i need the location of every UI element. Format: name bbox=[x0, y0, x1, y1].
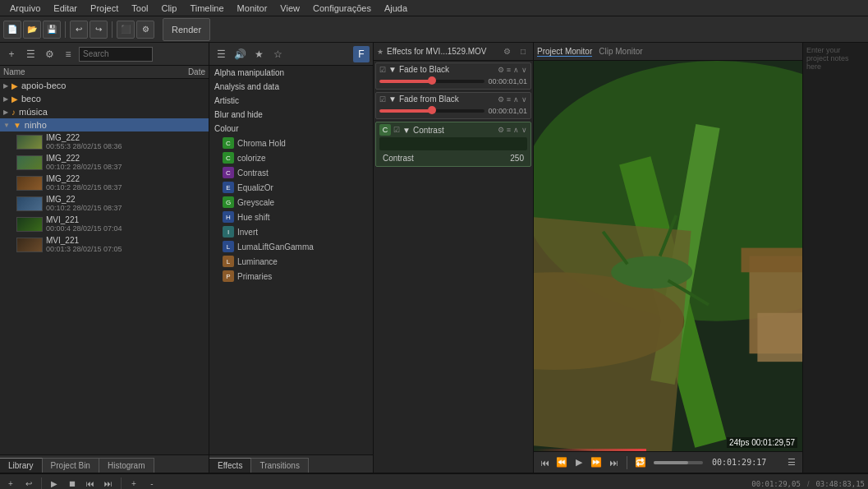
settings-button[interactable]: ⚙ bbox=[136, 21, 154, 39]
section-alpha[interactable]: Alpha manipulation bbox=[209, 66, 373, 80]
menu-timeline[interactable]: Timeline bbox=[183, 2, 230, 15]
prev-frame-btn[interactable]: ⏮ bbox=[537, 455, 552, 470]
lp-view-button[interactable]: ☰ bbox=[22, 46, 39, 62]
folder-beco[interactable]: ▶ ▶ beco bbox=[0, 92, 209, 105]
arrow-down-icon3[interactable]: ∨ bbox=[521, 126, 527, 134]
effects-audio-btn[interactable]: 🔊 bbox=[232, 46, 248, 62]
save-button[interactable]: 💾 bbox=[43, 21, 61, 39]
section-blur[interactable]: Blur and hide bbox=[209, 108, 373, 122]
tab-transitions[interactable]: Transitions bbox=[251, 458, 309, 473]
checkbox-icon[interactable]: ☑ bbox=[379, 66, 386, 74]
capture-button[interactable]: ⬛ bbox=[117, 21, 135, 39]
slider-thumb2[interactable] bbox=[428, 106, 436, 114]
tree-item-mvi2[interactable]: MVI_221 00:01:3 28/02/15 07:05 bbox=[0, 234, 209, 255]
play-btn[interactable]: ▶ bbox=[572, 455, 586, 470]
menu-ajuda[interactable]: Ajuda bbox=[378, 2, 414, 15]
menu-editar[interactable]: Editar bbox=[47, 2, 84, 15]
folder-musica[interactable]: ▶ ♪ música bbox=[0, 105, 209, 118]
folder-apoio-beco[interactable]: ▶ ▶ apoio-beco bbox=[0, 79, 209, 92]
checkbox-icon2[interactable]: ☑ bbox=[379, 95, 386, 104]
lp-list-button[interactable]: ≡ bbox=[60, 46, 76, 62]
folder-ninho[interactable]: ▼ ▼ ninho bbox=[0, 118, 209, 131]
redo-button[interactable]: ↪ bbox=[90, 21, 108, 39]
tree-item-img2[interactable]: IMG_222 00:10:2 28/02/15 08:37 bbox=[0, 152, 209, 173]
effects-close-btn[interactable]: □ bbox=[517, 45, 530, 58]
tl-zoom-in-btn[interactable]: + bbox=[126, 477, 141, 490]
menu-view[interactable]: View bbox=[273, 2, 306, 15]
expand-icon2[interactable]: ▼ bbox=[388, 95, 397, 104]
fade-to-black-slider[interactable] bbox=[379, 80, 485, 83]
effects-view-btn[interactable]: ☰ bbox=[213, 46, 229, 62]
section-analysis[interactable]: Analysis and data bbox=[209, 80, 373, 94]
effect-luma[interactable]: L LumaLiftGanGamma bbox=[209, 239, 373, 254]
tree-item-img3[interactable]: IMG_222 00:10:2 28/02/15 08:37 bbox=[0, 173, 209, 193]
tab-library[interactable]: Library bbox=[0, 458, 43, 473]
effect-colorize[interactable]: C colorize bbox=[209, 150, 373, 165]
tl-add-track-btn[interactable]: + bbox=[3, 477, 18, 490]
menu-monitor[interactable]: Monitor bbox=[231, 2, 274, 15]
item-info: IMG_222 00:10:2 28/02/15 08:37 bbox=[46, 174, 205, 191]
checkbox-icon3[interactable]: ☑ bbox=[393, 126, 400, 134]
effect-contrast[interactable]: C Contrast bbox=[209, 165, 373, 180]
effect-equaliz[interactable]: E EqualizOr bbox=[209, 180, 373, 195]
tree-item-img1[interactable]: IMG_222 00:55:3 28/02/15 08:36 bbox=[0, 131, 209, 152]
effect-invert[interactable]: I Invert bbox=[209, 224, 373, 239]
tl-play-btn[interactable]: ▶ bbox=[47, 477, 62, 490]
effects-filter-btn[interactable]: F bbox=[353, 46, 370, 62]
undo-button[interactable]: ↩ bbox=[70, 21, 88, 39]
render-button[interactable]: Render bbox=[163, 18, 210, 41]
lp-filter-button[interactable]: ⚙ bbox=[41, 46, 57, 62]
loop-btn[interactable]: 🔁 bbox=[633, 455, 648, 470]
effect-luminance[interactable]: L Luminance bbox=[209, 254, 373, 269]
arrow-down-icon2[interactable]: ∨ bbox=[521, 95, 527, 104]
section-artistic[interactable]: Artistic bbox=[209, 94, 373, 108]
next-frame-btn[interactable]: ⏭ bbox=[606, 455, 621, 470]
tl-back-btn[interactable]: ↩ bbox=[21, 477, 36, 490]
expand-icon[interactable]: ▼ bbox=[388, 65, 397, 74]
lp-add-button[interactable]: + bbox=[3, 46, 20, 62]
tab-histogram[interactable]: Histogram bbox=[99, 458, 154, 473]
slider-thumb[interactable] bbox=[428, 76, 436, 85]
tl-zoom-out-btn[interactable]: - bbox=[145, 477, 159, 490]
fast-forward-btn[interactable]: ⏩ bbox=[589, 455, 604, 470]
tab-project-monitor[interactable]: Project Monitor bbox=[537, 47, 592, 57]
effects-star-btn[interactable]: ★ bbox=[250, 46, 267, 62]
view-options-btn[interactable]: ☰ bbox=[784, 455, 799, 470]
open-button[interactable]: 📂 bbox=[23, 21, 41, 39]
tab-effects[interactable]: Effects bbox=[209, 458, 251, 473]
menu-configuracoes[interactable]: Configurações bbox=[306, 2, 378, 15]
tree-item-mvi1[interactable]: MVI_221 00:00:4 28/02/15 07:04 bbox=[0, 214, 209, 234]
effects-star2-btn[interactable]: ☆ bbox=[269, 46, 286, 62]
effect-contrast-row: C ☑ ▼ Contrast ⚙ ≡ ∧ ∨ Contrast 250 bbox=[375, 122, 531, 167]
new-button[interactable]: 📄 bbox=[3, 21, 21, 39]
section-colour[interactable]: Colour bbox=[209, 122, 373, 136]
effect-primaries[interactable]: P Primaries bbox=[209, 269, 373, 284]
arrow-up-icon2[interactable]: ∧ bbox=[513, 95, 519, 104]
arrow-up-icon3[interactable]: ∧ bbox=[513, 126, 519, 134]
effects-settings-btn[interactable]: ⚙ bbox=[500, 45, 513, 58]
tl-next-btn[interactable]: ⏭ bbox=[101, 477, 116, 490]
search-input[interactable] bbox=[79, 47, 153, 62]
tab-clip-monitor[interactable]: Clip Monitor bbox=[599, 47, 642, 56]
menu-tool[interactable]: Tool bbox=[125, 2, 154, 15]
tree-item-img4[interactable]: IMG_22 00:10:2 28/02/15 08:37 bbox=[0, 193, 209, 214]
effect-greyscale[interactable]: G Greyscale bbox=[209, 195, 373, 210]
folder-icon: ♪ bbox=[11, 108, 16, 117]
rewind-btn[interactable]: ⏪ bbox=[554, 455, 569, 470]
fade-from-black-slider[interactable] bbox=[379, 109, 485, 113]
menu-arquivo[interactable]: Arquivo bbox=[3, 2, 47, 15]
arrow-up-icon[interactable]: ∧ bbox=[513, 66, 519, 74]
effect-chroma-hold[interactable]: C Chroma Hold bbox=[209, 136, 373, 150]
menu-icon2[interactable]: ≡ bbox=[507, 95, 511, 104]
arrow-down-icon[interactable]: ∨ bbox=[521, 66, 527, 74]
tl-stop-btn[interactable]: ⏹ bbox=[65, 477, 80, 490]
volume-slider[interactable] bbox=[654, 461, 703, 464]
tab-project-bin[interactable]: Project Bin bbox=[43, 458, 99, 473]
tl-prev-btn[interactable]: ⏮ bbox=[83, 477, 98, 490]
menu-icon3[interactable]: ≡ bbox=[507, 126, 511, 134]
menu-clip[interactable]: Clip bbox=[154, 2, 183, 15]
effect-hue-shift[interactable]: H Hue shift bbox=[209, 210, 373, 224]
expand-icon3[interactable]: ▼ bbox=[402, 126, 411, 135]
menu-icon[interactable]: ≡ bbox=[507, 66, 511, 74]
menu-project[interactable]: Project bbox=[84, 2, 125, 15]
